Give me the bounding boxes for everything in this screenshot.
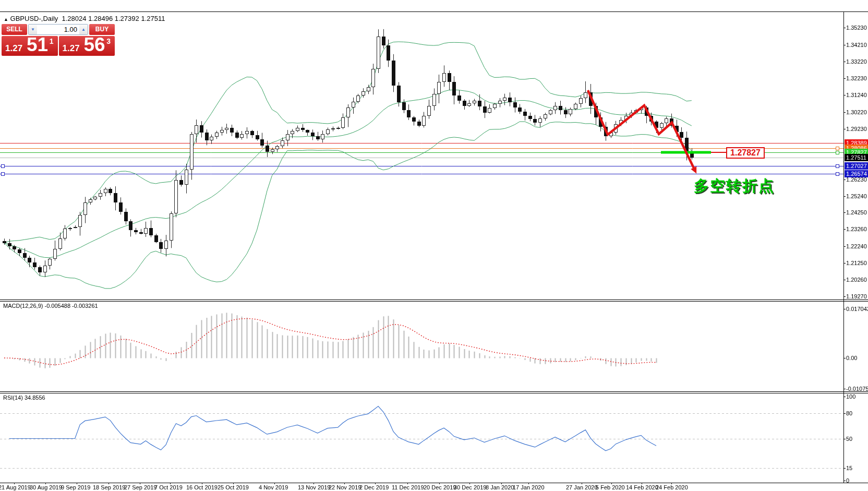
volume-decrease-button[interactable]: ▼ xyxy=(29,25,37,34)
ask-big: 56 xyxy=(84,36,105,56)
date-axis-label: 11 Dec 2019 xyxy=(392,484,424,491)
date-axis-label: 27 Sep 2019 xyxy=(124,484,156,491)
price-axis-marker: 1.26574 xyxy=(845,170,868,177)
volume-input[interactable] xyxy=(37,25,79,34)
buy-button[interactable]: BUY xyxy=(89,24,115,35)
rsi-axis-tick: 50 xyxy=(846,436,868,442)
date-axis-label: 30 Aug 2019 xyxy=(30,484,62,491)
date-axis-label: 5 Feb 2020 xyxy=(596,484,625,491)
one-click-trading-panel: SELL ▼ ▲ BUY 1.27 51 1 1.27 56 3 xyxy=(2,24,115,56)
price-axis-tick: 1.33220 xyxy=(846,58,868,65)
collapse-arrow-icon[interactable]: ▲ xyxy=(4,17,8,22)
price-axis-tick: 1.34210 xyxy=(846,42,868,49)
pivot-annotation-text: 多空转折点 xyxy=(694,176,775,197)
price-axis-tick: 1.35230 xyxy=(846,25,868,31)
macd-axis-tick: -0.010751 xyxy=(846,386,868,392)
date-axis-label: 18 Sep 2019 xyxy=(93,484,125,491)
ohlc-open: 1.28024 xyxy=(62,15,87,22)
price-axis-tick: 1.29230 xyxy=(846,126,868,133)
macd-axis-tick: 0.00 xyxy=(846,355,868,362)
macd-indicator-label: MACD(12,26,9) -0.005488 -0.003261 xyxy=(3,303,98,309)
price-axis-tick: 1.19270 xyxy=(846,293,868,300)
price-axis-marker: 1.27511 xyxy=(845,154,868,161)
buy-price-tile[interactable]: 1.27 56 3 xyxy=(59,36,115,56)
line-handle[interactable] xyxy=(1,172,5,176)
line-handle[interactable] xyxy=(836,164,839,168)
date-axis-label: 17 Jan 2020 xyxy=(513,484,545,491)
date-axis-label: 16 Oct 2019 xyxy=(186,484,218,491)
price-axis-marker: 1.27027 xyxy=(845,162,868,170)
sell-price-tile[interactable]: 1.27 51 1 xyxy=(2,36,58,56)
bid-prefix: 1.27 xyxy=(5,43,22,54)
price-axis-tick: 1.32230 xyxy=(846,75,868,82)
ohlc-low: 1.27392 xyxy=(115,15,139,22)
price-axis-tick: 1.23260 xyxy=(846,226,868,233)
price-callout-box[interactable]: 1.27827 xyxy=(726,147,765,159)
rsi-axis-tick: 80 xyxy=(846,410,868,417)
price-axis-tick: 1.31240 xyxy=(846,92,868,99)
price-axis-tick: 1.26230 xyxy=(846,176,868,183)
date-axis-label: 20 Dec 2019 xyxy=(424,484,456,491)
volume-spinner: ▼ ▲ xyxy=(28,24,88,35)
date-axis-label: 21 Aug 2019 xyxy=(0,484,31,491)
price-axis-tick: 1.25240 xyxy=(846,193,868,200)
rsi-indicator-label: RSI(14) 34.8556 xyxy=(3,394,45,401)
date-axis-label: 24 Feb 2020 xyxy=(656,484,688,491)
price-axis-tick: 1.20260 xyxy=(846,277,868,283)
date-axis-label: 25 Oct 2019 xyxy=(218,484,249,491)
date-axis-label: 27 Jan 2020 xyxy=(566,484,598,491)
price-axis-tick: 1.30220 xyxy=(846,109,868,116)
date-axis-label: 22 Nov 2019 xyxy=(329,484,361,491)
date-axis-label: 9 Sep 2019 xyxy=(61,484,90,491)
chart-canvas[interactable] xyxy=(0,0,868,491)
ask-prefix: 1.27 xyxy=(63,43,80,54)
price-axis-tick: 1.21250 xyxy=(846,260,868,267)
date-axis-label: 13 Nov 2019 xyxy=(298,484,330,491)
date-axis-label: 7 Oct 2019 xyxy=(154,484,183,491)
line-handle[interactable] xyxy=(836,147,839,150)
macd-axis-tick: 0.017043 xyxy=(846,306,868,313)
rsi-axis-tick: 0 xyxy=(846,477,868,484)
date-axis-label: 2 Dec 2019 xyxy=(359,484,389,491)
bid-sup: 1 xyxy=(50,37,54,45)
chart-header: ▲ GBPUSD-,Daily 1.28024 1.28496 1.27392 … xyxy=(4,15,165,23)
ohlc-high: 1.28496 xyxy=(88,15,113,22)
mt4-window: ✚新订单◆▣◉☁自动交易╫▯↗⊕⊖▦↦↤✚▾⊙▾▧▾↖┼│─╱∥≡AT➤▾M1M… xyxy=(0,0,868,491)
line-handle[interactable] xyxy=(836,172,839,176)
date-axis-label: 4 Nov 2019 xyxy=(259,484,288,491)
symbol-label: GBPUSD-,Daily xyxy=(10,15,58,22)
line-handle[interactable] xyxy=(836,151,839,154)
ask-sup: 3 xyxy=(106,37,111,45)
rsi-axis-tick: 15 xyxy=(846,465,868,472)
date-axis-label: 30 Dec 2019 xyxy=(454,484,486,491)
price-axis-tick: 1.24250 xyxy=(846,209,868,216)
price-axis-tick: 1.22240 xyxy=(846,243,868,250)
bid-big: 51 xyxy=(27,36,48,56)
ohlc-close: 1.27511 xyxy=(141,15,165,22)
sell-button[interactable]: SELL xyxy=(2,24,27,35)
line-handle[interactable] xyxy=(1,164,5,168)
rsi-axis-tick: 100 xyxy=(846,393,868,400)
volume-increase-button[interactable]: ▲ xyxy=(79,25,88,34)
date-axis-label: 14 Feb 2020 xyxy=(626,484,658,491)
date-axis-label: 8 Jan 2020 xyxy=(486,484,514,491)
